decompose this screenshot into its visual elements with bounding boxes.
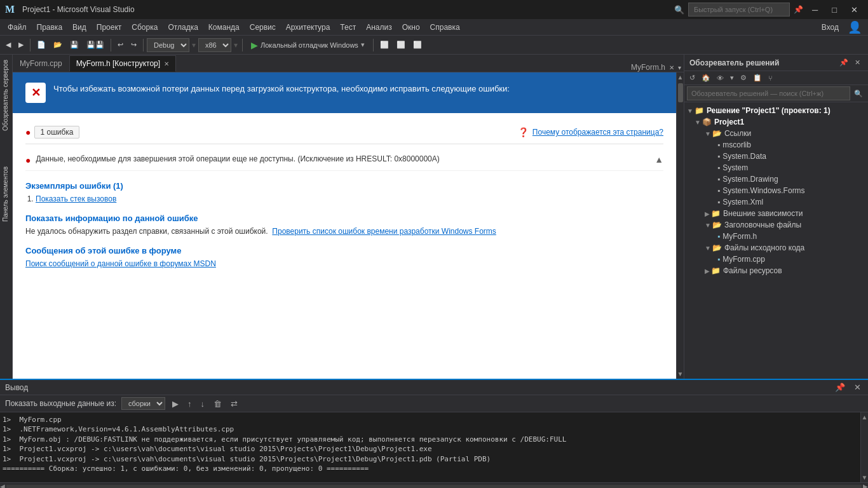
run-button[interactable]: ▶ Локальный отладчик Windows ▾ [246, 38, 370, 52]
tree-header-files[interactable]: ▼ 📂 Заголовочные файлы [684, 219, 868, 231]
tree-ref-systemxml[interactable]: ▪ System.Xml [684, 196, 868, 208]
menu-debug[interactable]: Отладка [163, 20, 203, 34]
tab-right-close[interactable]: ✕ [669, 64, 674, 71]
tb-misc3[interactable]: ⬜ [410, 39, 425, 51]
tree-ref-systemdata[interactable]: ▪ System.Data [684, 151, 868, 162]
output-go-btn[interactable]: ▶ [170, 398, 180, 409]
tb-redo[interactable]: ↪ [128, 39, 140, 51]
tb-misc2[interactable]: ⬜ [393, 39, 409, 51]
menu-help[interactable]: Справка [425, 20, 465, 34]
sol-home-btn[interactable]: 🏠 [699, 72, 713, 83]
output-scroll-up[interactable]: ▲ [860, 412, 868, 422]
menu-window[interactable]: Окно [397, 20, 425, 34]
menu-build[interactable]: Сборка [126, 20, 163, 34]
close-button[interactable]: ✕ [846, 3, 863, 17]
sidebar-tab-toolbox[interactable]: Панель элементов [0, 161, 12, 227]
bottom-panel: Вывод 📌 ✕ Показать выходные данные из: с… [0, 379, 868, 488]
menu-team[interactable]: Команда [203, 20, 245, 34]
sidebar-tab-server-explorer[interactable]: Обозреватель серверов [0, 55, 12, 136]
solution-icon: 📁 [695, 106, 704, 115]
tree-source-files[interactable]: ▼ 📂 Файлы исходного кода [684, 242, 868, 254]
tab-close-icon[interactable]: ✕ [164, 60, 169, 67]
scroll-thumb[interactable] [678, 83, 683, 102]
tree-myform-h[interactable]: ▪ MyForm.h [684, 231, 868, 242]
quick-launch-input[interactable] [688, 3, 790, 17]
sol-git-btn[interactable]: ⑂ [766, 73, 775, 83]
tb-forward[interactable]: ▶ [15, 39, 27, 51]
tree-solution[interactable]: ▼ 📁 Решение "Project1" (проектов: 1) [684, 105, 868, 116]
sol-filter-btn[interactable]: ▾ [728, 72, 736, 83]
tb-undo[interactable]: ↩ [114, 39, 126, 51]
solution-expand-arrow[interactable]: ▼ [687, 107, 693, 114]
output-hscrollbar[interactable]: ◀ ▶ [0, 482, 868, 488]
solution-label: Решение "Project1" (проектов: 1) [707, 106, 831, 115]
tb-open[interactable]: 📂 [50, 39, 65, 51]
tree-ref-systemdrawing[interactable]: ▪ System.Drawing [684, 173, 868, 185]
menu-tools[interactable]: Сервис [245, 20, 281, 34]
tab-myform-cpp[interactable]: MyForm.cpp [13, 55, 69, 72]
scroll-down-arrow[interactable]: ▼ [676, 369, 684, 379]
restore-button[interactable]: □ [827, 3, 842, 17]
tree-external-deps[interactable]: ▶ 📁 Внешние зависимости [684, 208, 868, 219]
tree-refs[interactable]: ▼ 📂 Ссылки [684, 128, 868, 139]
tab-myform-h-constructor[interactable]: MyForm.h [Конструктор] ✕ [69, 55, 176, 72]
panel-close-button[interactable]: ✕ [852, 57, 863, 68]
sol-props-btn[interactable]: ⚙ [738, 72, 749, 83]
tree-ref-system[interactable]: ▪ System [684, 162, 868, 173]
tb-misc1[interactable]: ⬜ [377, 39, 392, 51]
error-expand-icon[interactable]: ▲ [654, 154, 663, 165]
minimize-button[interactable]: ─ [807, 3, 823, 17]
output-pin-btn[interactable]: 📌 [833, 382, 847, 393]
tb-save[interactable]: 💾 [67, 39, 82, 51]
platform-dropdown[interactable]: x86 [198, 38, 231, 52]
tree-ref-systemwinforms[interactable]: ▪ System.Windows.Forms [684, 185, 868, 196]
menu-project[interactable]: Проект [92, 20, 127, 34]
run-dropdown-icon: ▾ [361, 41, 365, 49]
menu-view[interactable]: Вид [67, 20, 92, 34]
debug-config-dropdown[interactable]: Debug [147, 38, 189, 52]
signin-button[interactable]: Вход [817, 20, 844, 34]
why-link[interactable]: Почему отображается эта страница? [532, 128, 663, 137]
tree-project[interactable]: ▼ 📦 Project1 [684, 116, 868, 128]
output-clear-btn[interactable]: 🗑 [212, 398, 224, 409]
extdeps-expand-arrow[interactable]: ▶ [705, 210, 710, 217]
output-down-btn[interactable]: ↓ [198, 398, 207, 409]
menu-analyze[interactable]: Анализ [361, 20, 397, 34]
output-wrap-btn[interactable]: ⇄ [229, 398, 240, 409]
panel-pin-button[interactable]: 📌 [837, 57, 851, 68]
solution-explorer-search[interactable] [687, 86, 850, 100]
refs-expand-arrow[interactable]: ▼ [705, 130, 711, 137]
sol-show-all-btn[interactable]: 👁 [714, 73, 726, 83]
tb-new[interactable]: 📄 [34, 39, 49, 51]
output-up-btn[interactable]: ↑ [186, 398, 194, 409]
sourcefiles-expand-arrow[interactable]: ▼ [705, 245, 711, 252]
menu-edit[interactable]: Правка [32, 20, 68, 34]
sol-sync-btn[interactable]: ↺ [687, 72, 698, 83]
output-close-btn[interactable]: ✕ [852, 382, 863, 393]
headerfiles-expand-arrow[interactable]: ▼ [705, 222, 711, 229]
tree-resource-files[interactable]: ▶ 📁 Файлы ресурсов [684, 265, 868, 276]
output-scroll-down[interactable]: ▼ [860, 473, 868, 482]
forum-link[interactable]: Поиск сообщений о данной ошибке в форума… [25, 259, 216, 268]
tree-myform-cpp[interactable]: ▪ MyForm.cpp [684, 254, 868, 265]
output-source-dropdown[interactable]: сборки [121, 397, 165, 410]
tb-back[interactable]: ◀ [3, 39, 14, 51]
sol-search-icon[interactable]: 🔍 [851, 88, 865, 99]
tab-dropdown-icon[interactable]: ▾ [678, 64, 681, 71]
instance-link[interactable]: Показать стек вызовов [36, 194, 116, 203]
headerfiles-folder-icon: 📂 [712, 220, 722, 229]
sol-preview-btn[interactable]: 📋 [750, 72, 764, 83]
tree-ref-mscorlib[interactable]: ▪ mscorlib [684, 139, 868, 151]
vs-logo: M [5, 4, 15, 15]
tb-saveall[interactable]: 💾💾 [83, 39, 107, 51]
editor-scrollbar[interactable]: ▲ ▼ [676, 72, 684, 379]
ref-systemxml-icon: ▪ [717, 198, 720, 207]
menu-file[interactable]: Файл [3, 20, 32, 34]
resourcefiles-expand-arrow[interactable]: ▶ [705, 268, 710, 274]
menu-test[interactable]: Тест [335, 20, 361, 34]
info-link[interactable]: Проверить список ошибок времени разработ… [272, 227, 496, 236]
menu-arch[interactable]: Архитектура [281, 20, 336, 34]
project-expand-arrow[interactable]: ▼ [695, 119, 701, 126]
scroll-up-arrow[interactable]: ▲ [676, 72, 684, 82]
output-scrollbar[interactable]: ▲ ▼ [860, 412, 868, 482]
